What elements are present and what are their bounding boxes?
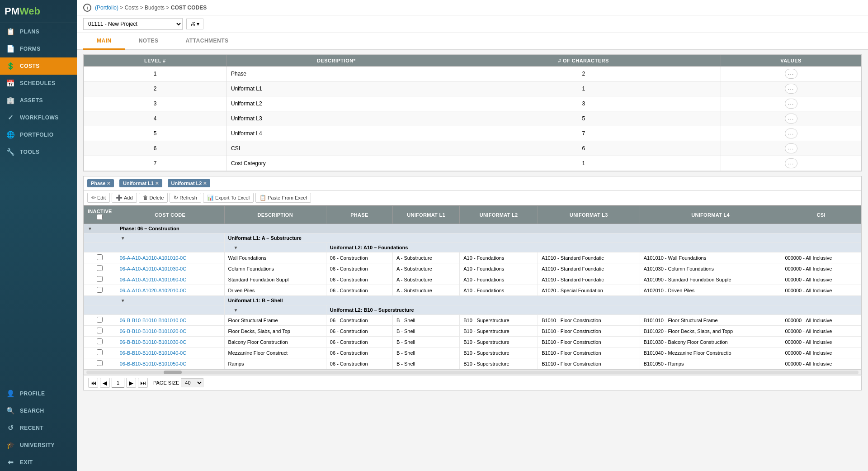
filter-uniformat-l2[interactable]: Uniformat L2 ✕ (168, 179, 211, 187)
top-bar: i (Portfolio) > Costs > Budgets > COST C… (77, 0, 868, 15)
sidebar-item-forms[interactable]: 📄 FORMS (0, 40, 77, 57)
level-characters: 1 (446, 81, 721, 96)
sidebar-item-assets[interactable]: 🏢 ASSETS (0, 92, 77, 109)
sidebar-item-costs[interactable]: 💲 COSTS (0, 57, 77, 75)
cost-code-link[interactable]: 06-B-B10-B1010-B101030-0C (120, 339, 186, 345)
last-page-button[interactable]: ⏭ (138, 378, 148, 388)
sidebar-item-portfolio[interactable]: 🌐 PORTFOLIO (0, 126, 77, 143)
print-button[interactable]: 🖨 ▾ (186, 19, 203, 29)
next-page-button[interactable]: ▶ (126, 378, 136, 388)
horizontal-scrollbar[interactable] (84, 369, 861, 375)
level-values: ··· (721, 141, 861, 156)
data-table-container: INACTIVE COST CODE DESCRIPTION PHASE UNI… (83, 205, 862, 375)
row-inactive-checkbox[interactable] (97, 265, 103, 271)
cost-code-link[interactable]: 06-B-B10-B1010-B101050-0C (120, 361, 186, 366)
table-row: 06-B-B10-B1010-B101020-0C Floor Decks, S… (84, 326, 861, 337)
row-inactive-checkbox[interactable] (97, 338, 103, 344)
sidebar-item-tools[interactable]: 🔧 TOOLS (0, 143, 77, 161)
sub2-spacer2 (116, 305, 224, 315)
description-cell: Wall Foundations (224, 252, 326, 263)
info-icon[interactable]: i (83, 4, 91, 12)
filter-uniformat-l1[interactable]: Uniformat L1 ✕ (119, 179, 162, 187)
row-inactive-checkbox[interactable] (97, 349, 103, 355)
values-btn[interactable]: ··· (785, 158, 797, 168)
tab-attachments[interactable]: ATTACHMENTS (172, 33, 242, 50)
prev-page-button[interactable]: ◀ (100, 378, 110, 388)
filter-phase[interactable]: Phase ✕ (87, 179, 114, 187)
values-btn[interactable]: ··· (785, 143, 797, 153)
row-inactive-checkbox[interactable] (97, 287, 103, 293)
description-cell: Standard Foundation Suppl (224, 274, 326, 285)
cost-code-link[interactable]: 06-B-B10-B1010-B101010-0C (120, 318, 186, 323)
costs-icon: 💲 (6, 62, 15, 70)
subgroup-label: Uniformat L1: B – Shell (224, 296, 861, 305)
project-selector[interactable]: 01111 - New Project (83, 18, 183, 30)
cost-code-link[interactable]: 06-A-A10-A1010-A101030-0C (120, 266, 186, 271)
sub2group-row: ▼ Uniformat L2: A10 – Foundations (84, 243, 861, 252)
uni-l2-cell: B10 - Superstructure (460, 358, 538, 369)
inactive-cell (84, 285, 116, 296)
search-icon: 🔍 (6, 407, 15, 415)
filter-uni-l2-close[interactable]: ✕ (203, 181, 207, 186)
table-row: 06-A-A10-A1020-A102010-0C Driven Piles 0… (84, 285, 861, 296)
sidebar-item-university[interactable]: 🎓 UNIVERSITY (0, 437, 77, 454)
csi-cell: 000000 - All Inclusive (781, 263, 861, 274)
delete-button[interactable]: 🗑 Delete (139, 193, 168, 203)
cost-codes-section: Phase ✕ - Uniformat L1 ✕ - Uniformat L2 … (83, 176, 862, 390)
edit-button[interactable]: ✏ Edit (87, 193, 110, 203)
cost-code-link[interactable]: 06-B-B10-B1010-B101020-0C (120, 328, 186, 334)
filter-uni-l1-close[interactable]: ✕ (155, 181, 159, 186)
sub2-collapse[interactable]: ▼ (224, 305, 326, 315)
row-inactive-checkbox[interactable] (97, 360, 103, 366)
sidebar-item-search[interactable]: 🔍 SEARCH (0, 402, 77, 419)
subgroup-collapse[interactable]: ▼ (116, 296, 224, 305)
breadcrumb-current: COST CODES (171, 5, 207, 11)
tab-notes[interactable]: NOTES (125, 33, 172, 50)
csi-cell: 000000 - All Inclusive (781, 358, 861, 369)
cost-code-link[interactable]: 06-A-A10-A1010-A101010-0C (120, 255, 186, 261)
uni-l4-cell: B101040 - Mezzanine Floor Constructio (640, 347, 781, 358)
filter-phase-close[interactable]: ✕ (107, 181, 110, 186)
values-btn[interactable]: ··· (785, 114, 797, 124)
plans-icon: 📋 (6, 28, 15, 36)
breadcrumb-portfolio[interactable]: (Portfolio) (95, 5, 118, 11)
cost-code-link[interactable]: 06-A-A10-A1020-A102010-0C (120, 288, 186, 293)
level-num: 2 (84, 81, 226, 96)
tab-main[interactable]: MAIN (83, 33, 125, 50)
inactive-cell (84, 337, 116, 347)
phase-cell: 06 - Construction (326, 274, 392, 285)
sidebar-item-profile[interactable]: 👤 PROFILE (0, 385, 77, 402)
level-values: ··· (721, 156, 861, 171)
uni-l2-cell: A10 - Foundations (460, 274, 538, 285)
sidebar-item-plans[interactable]: 📋 PLANS (0, 23, 77, 40)
level-description: Phase (226, 67, 446, 81)
page-size-select[interactable]: 40 20 100 (181, 378, 203, 387)
scrollbar-thumb[interactable] (164, 371, 182, 374)
subgroup-collapse[interactable]: ▼ (116, 233, 224, 243)
values-btn[interactable]: ··· (785, 99, 797, 109)
cost-code-link[interactable]: 06-B-B10-B1010-B101040-0C (120, 350, 186, 356)
first-page-button[interactable]: ⏮ (88, 378, 98, 388)
uni-l2-cell: B10 - Superstructure (460, 347, 538, 358)
sidebar-item-exit[interactable]: ⬅ EXIT (0, 454, 77, 471)
values-btn[interactable]: ··· (785, 69, 797, 79)
row-inactive-checkbox[interactable] (97, 254, 103, 260)
cost-code-link[interactable]: 06-A-A10-A1010-A101090-0C (120, 277, 186, 282)
sidebar-item-workflows[interactable]: ✓ WORKFLOWS (0, 109, 77, 126)
inactive-cell (84, 315, 116, 326)
add-button[interactable]: ➕ Add (112, 193, 137, 203)
row-inactive-checkbox[interactable] (97, 328, 103, 333)
values-btn[interactable]: ··· (785, 84, 797, 94)
sidebar-item-schedules[interactable]: 📅 SCHEDULES (0, 75, 77, 92)
sidebar-item-recent[interactable]: ↺ RECENT (0, 419, 77, 437)
sub2-collapse[interactable]: ▼ (224, 243, 326, 252)
inactive-header-checkbox[interactable] (97, 214, 103, 220)
row-inactive-checkbox[interactable] (97, 276, 103, 282)
values-btn[interactable]: ··· (785, 128, 797, 138)
paste-button[interactable]: 📋 Paste From Excel (255, 193, 311, 203)
refresh-button[interactable]: ↻ Refresh (170, 193, 201, 203)
export-button[interactable]: 📊 Export To Excel (203, 193, 254, 203)
row-inactive-checkbox[interactable] (97, 317, 103, 323)
group-collapse[interactable]: ▼ (84, 224, 116, 233)
page-number-input[interactable] (112, 378, 124, 388)
